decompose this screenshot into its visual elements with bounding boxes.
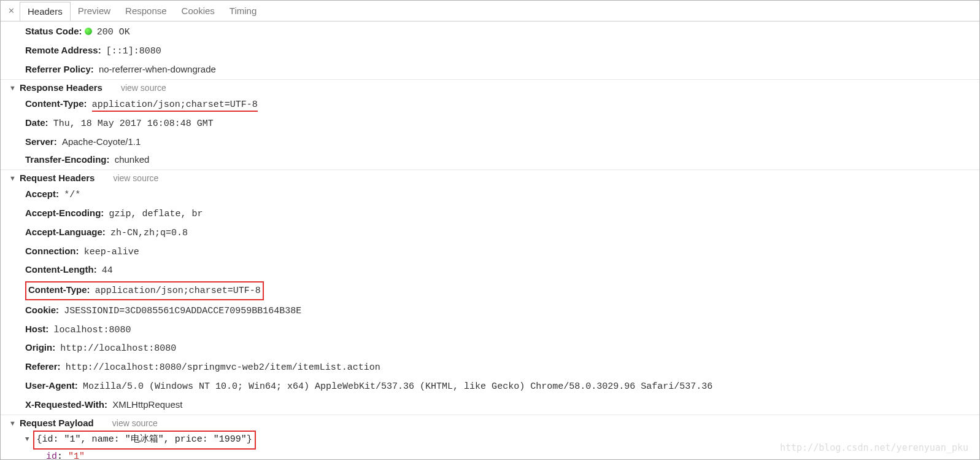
req-cookie-row: Cookie: JSESSIONID=3CD085561C9ADDACCE709… bbox=[1, 302, 979, 321]
payload-id-key: id bbox=[46, 451, 57, 460]
status-code-value: 200 OK bbox=[97, 27, 130, 37]
req-x-requested-with-label: X-Requested-With: bbox=[25, 399, 107, 410]
req-content-type-row: Content-Type: application/json;charset=U… bbox=[1, 280, 979, 302]
chevron-down-icon[interactable]: ▼ bbox=[9, 84, 16, 92]
req-host-row: Host: localhost:8080 bbox=[1, 321, 979, 340]
req-content-type-highlight: Content-Type: application/json;charset=U… bbox=[25, 281, 264, 300]
general-remote-row: Remote Address: [::1]:8080 bbox=[1, 42, 979, 61]
resp-date-value: Thu, 18 May 2017 16:08:48 GMT bbox=[53, 119, 214, 129]
req-accept-language-value: zh-CN,zh;q=0.8 bbox=[110, 228, 188, 238]
req-accept-encoding-label: Accept-Encoding: bbox=[25, 208, 104, 218]
referrer-policy-label: Referrer Policy: bbox=[25, 64, 94, 74]
resp-transfer-value: chunked bbox=[115, 154, 150, 165]
payload-children: id: "1" name: "电冰箱" price: "1999" bbox=[25, 450, 979, 460]
payload-summary: {id: "1", name: "电冰箱", price: "1999"} bbox=[37, 434, 252, 445]
request-headers-section[interactable]: ▼ Request Headers view source bbox=[1, 170, 979, 185]
req-content-length-label: Content-Length: bbox=[25, 264, 97, 275]
resp-server-label: Server: bbox=[25, 136, 57, 147]
tab-headers[interactable]: Headers bbox=[20, 2, 71, 21]
status-code-label: Status Code: bbox=[25, 26, 82, 36]
req-accept-language-row: Accept-Language: zh-CN,zh;q=0.8 bbox=[1, 224, 979, 243]
req-x-requested-with-row: X-Requested-With: XMLHttpRequest bbox=[1, 396, 979, 414]
general-status-row: Status Code: 200 OK bbox=[1, 23, 979, 42]
resp-transfer-row: Transfer-Encoding: chunked bbox=[1, 151, 979, 169]
req-content-length-value: 44 bbox=[102, 265, 113, 276]
req-connection-row: Connection: keep-alive bbox=[1, 243, 979, 262]
resp-server-value: Apache-Coyote/1.1 bbox=[62, 136, 141, 147]
req-referer-label: Referer: bbox=[25, 361, 61, 372]
tab-timing[interactable]: Timing bbox=[222, 2, 264, 20]
req-content-length-row: Content-Length: 44 bbox=[1, 261, 979, 280]
chevron-down-icon[interactable]: ▼ bbox=[9, 419, 16, 427]
request-payload-view-source[interactable]: view source bbox=[112, 418, 158, 428]
request-headers-view-source[interactable]: view source bbox=[113, 173, 158, 183]
resp-date-row: Date: Thu, 18 May 2017 16:08:48 GMT bbox=[1, 114, 979, 133]
response-headers-section[interactable]: ▼ Response Headers view source bbox=[1, 79, 979, 95]
headers-panel: Status Code: 200 OK Remote Address: [::1… bbox=[1, 21, 979, 460]
tab-bar: ✕ Headers Preview Response Cookies Timin… bbox=[1, 1, 979, 21]
req-connection-value: keep-alive bbox=[84, 247, 139, 257]
tab-cookies[interactable]: Cookies bbox=[174, 2, 222, 20]
req-accept-label: Accept: bbox=[25, 189, 59, 199]
req-origin-row: Origin: http://localhost:8080 bbox=[1, 339, 979, 358]
chevron-down-icon[interactable]: ▼ bbox=[25, 435, 29, 443]
payload-summary-row[interactable]: ▼{id: "1", name: "电冰箱", price: "1999"} bbox=[25, 431, 979, 450]
req-user-agent-label: User-Agent: bbox=[25, 380, 78, 391]
req-referer-row: Referer: http://localhost:8080/springmvc… bbox=[1, 358, 979, 377]
response-headers-title: Response Headers bbox=[20, 82, 102, 93]
req-accept-value: */* bbox=[64, 190, 80, 200]
resp-content-type-value: application/json;charset=UTF-8 bbox=[92, 99, 258, 112]
req-referer-value: http://localhost:8080/springmvc-web2/ite… bbox=[66, 362, 380, 373]
payload-summary-highlight: {id: "1", name: "电冰箱", price: "1999"} bbox=[33, 431, 256, 450]
resp-transfer-label: Transfer-Encoding: bbox=[25, 154, 110, 165]
req-connection-label: Connection: bbox=[25, 246, 79, 256]
resp-server-row: Server: Apache-Coyote/1.1 bbox=[1, 133, 979, 151]
general-refpolicy-row: Referrer Policy: no-referrer-when-downgr… bbox=[1, 61, 979, 79]
req-user-agent-value: Mozilla/5.0 (Windows NT 10.0; Win64; x64… bbox=[83, 381, 712, 392]
request-payload-title: Request Payload bbox=[20, 418, 94, 428]
req-host-label: Host: bbox=[25, 324, 48, 334]
req-accept-encoding-value: gzip, deflate, br bbox=[109, 209, 203, 219]
resp-content-type-label: Content-Type: bbox=[25, 98, 87, 109]
req-content-type-value: application/json;charset=UTF-8 bbox=[95, 286, 261, 296]
request-payload-section[interactable]: ▼ Request Payload view source bbox=[1, 415, 979, 431]
chevron-down-icon[interactable]: ▼ bbox=[9, 174, 16, 182]
req-accept-encoding-row: Accept-Encoding: gzip, deflate, br bbox=[1, 205, 979, 224]
tab-response[interactable]: Response bbox=[118, 2, 174, 20]
response-headers-view-source[interactable]: view source bbox=[121, 83, 166, 93]
close-icon[interactable]: ✕ bbox=[3, 6, 20, 15]
payload-id-value: "1" bbox=[68, 451, 85, 460]
req-accept-language-label: Accept-Language: bbox=[25, 227, 106, 237]
status-ok-icon bbox=[85, 28, 92, 35]
resp-date-label: Date: bbox=[25, 117, 48, 128]
payload-block: ▼{id: "1", name: "电冰箱", price: "1999"} i… bbox=[1, 431, 979, 460]
req-user-agent-row: User-Agent: Mozilla/5.0 (Windows NT 10.0… bbox=[1, 377, 979, 396]
payload-id-row: id: "1" bbox=[46, 450, 979, 460]
req-cookie-value: JSESSIONID=3CD085561C9ADDACCE70959BB164B… bbox=[64, 306, 301, 316]
req-cookie-label: Cookie: bbox=[25, 305, 59, 315]
req-origin-value: http://localhost:8080 bbox=[60, 343, 176, 354]
req-host-value: localhost:8080 bbox=[54, 325, 131, 335]
resp-content-type-row: Content-Type: application/json;charset=U… bbox=[1, 95, 979, 114]
referrer-policy-value: no-referrer-when-downgrade bbox=[99, 64, 216, 74]
tab-preview[interactable]: Preview bbox=[71, 2, 118, 20]
remote-address-label: Remote Address: bbox=[25, 45, 101, 55]
req-accept-row: Accept: */* bbox=[1, 185, 979, 205]
req-origin-label: Origin: bbox=[25, 342, 55, 353]
req-x-requested-with-value: XMLHttpRequest bbox=[112, 399, 182, 410]
req-content-type-label: Content-Type: bbox=[28, 284, 90, 295]
request-headers-title: Request Headers bbox=[20, 173, 95, 183]
remote-address-value: [::1]:8080 bbox=[106, 46, 161, 57]
